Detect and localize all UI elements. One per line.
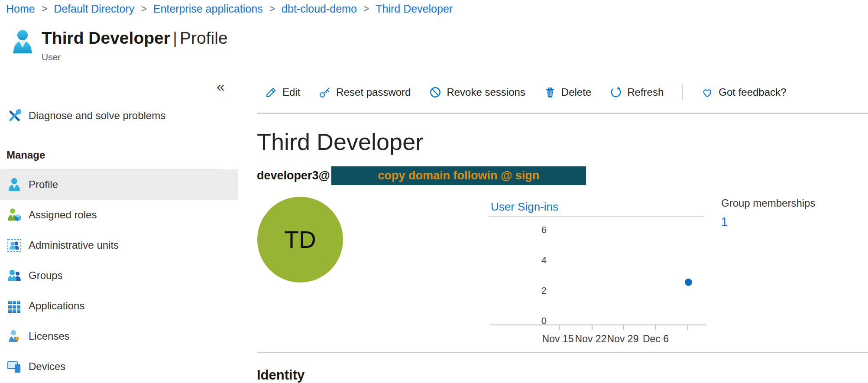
group-memberships-count-link[interactable]: 1 bbox=[721, 215, 728, 229]
sidebar-item-diagnose[interactable]: Diagnose and solve problems bbox=[0, 101, 238, 131]
sidebar-item-devices[interactable]: Devices bbox=[0, 351, 238, 382]
refresh-label: Refresh bbox=[627, 86, 664, 98]
sidebar-item-groups[interactable]: Groups bbox=[0, 260, 238, 291]
sidebar-item-applications[interactable]: Applications bbox=[0, 291, 238, 321]
breadcrumb-separator: > bbox=[363, 3, 369, 15]
sidebar-nav: Profile Assigned roles bbox=[0, 169, 238, 382]
x-axis-tick bbox=[655, 325, 656, 330]
toolbar-divider bbox=[682, 84, 683, 100]
sidebar-item-label: Administrative units bbox=[29, 239, 119, 251]
sidebar-item-label: Groups bbox=[29, 269, 63, 282]
sidebar-item-label: Assigned roles bbox=[29, 209, 97, 221]
breadcrumb-link-home[interactable]: Home bbox=[6, 3, 35, 15]
breadcrumb: Home > Default Directory > Enterprise ap… bbox=[6, 3, 453, 15]
x-axis-line bbox=[490, 325, 706, 325]
page-header: Third Developer|Profile User bbox=[12, 29, 228, 62]
upn-prefix: developer3@ bbox=[257, 169, 330, 182]
sidebar-collapse-button[interactable]: « bbox=[217, 78, 225, 95]
user-type-icon bbox=[12, 29, 33, 62]
sidebar-item-label: Devices bbox=[29, 360, 65, 373]
heart-icon bbox=[701, 86, 714, 99]
breadcrumb-link-default-directory[interactable]: Default Directory bbox=[54, 3, 134, 15]
group-memberships-label: Group memberships bbox=[721, 197, 815, 209]
reset-password-button[interactable]: Reset password bbox=[318, 86, 411, 99]
page-title-section: Profile bbox=[180, 29, 228, 47]
sidebar-section-manage: Manage bbox=[6, 149, 45, 161]
x-axis-tick bbox=[687, 325, 688, 330]
redaction-overlay: copy domain followin @ sign bbox=[331, 166, 586, 185]
x-axis-tick bbox=[592, 325, 593, 330]
sidebar-item-licenses[interactable]: Licenses bbox=[0, 321, 238, 351]
got-feedback-label: Got feedback? bbox=[719, 86, 786, 98]
sidebar-item-label: Diagnose and solve problems bbox=[29, 110, 165, 122]
breadcrumb-link-third-developer[interactable]: Third Developer bbox=[376, 3, 453, 15]
identity-section-heading: Identity bbox=[257, 367, 304, 383]
x-axis-label: Nov 22 bbox=[575, 333, 607, 345]
sidebar-item-label: Licenses bbox=[29, 330, 70, 342]
refresh-icon bbox=[609, 86, 622, 99]
profile-name-heading: Third Developer bbox=[257, 128, 423, 155]
breadcrumb-link-dbt-cloud-demo[interactable]: dbt-cloud-demo bbox=[282, 3, 357, 15]
azure-user-profile-page: Home > Default Directory > Enterprise ap… bbox=[0, 0, 868, 383]
x-axis-tick bbox=[623, 325, 624, 330]
key-icon bbox=[318, 86, 331, 99]
edit-label: Edit bbox=[282, 86, 300, 98]
x-axis-label: Dec 6 bbox=[643, 333, 669, 345]
y-axis-label: 4 bbox=[532, 255, 547, 266]
delete-button[interactable]: Delete bbox=[544, 86, 591, 99]
x-axis-label: Nov 15 bbox=[542, 333, 574, 345]
reset-password-label: Reset password bbox=[336, 86, 411, 98]
refresh-button[interactable]: Refresh bbox=[609, 86, 664, 99]
group-memberships: Group memberships 1 bbox=[721, 197, 815, 229]
divider bbox=[257, 352, 868, 353]
applications-grid-icon bbox=[7, 299, 22, 313]
sidebar: « Diagnose and solve problems Manage bbox=[0, 65, 238, 383]
page-title: Third Developer|Profile bbox=[42, 29, 228, 48]
sidebar-item-assigned-roles[interactable]: Assigned roles bbox=[0, 200, 238, 230]
breadcrumb-separator: > bbox=[269, 3, 275, 15]
assigned-roles-icon bbox=[7, 208, 22, 222]
breadcrumb-separator: > bbox=[141, 3, 146, 15]
user-principal-name: developer3@ copy domain followin @ sign bbox=[257, 166, 586, 185]
license-badge-icon bbox=[7, 329, 22, 344]
sidebar-item-label: Profile bbox=[29, 179, 58, 191]
x-axis-label: Nov 29 bbox=[607, 333, 639, 345]
pencil-icon bbox=[265, 86, 278, 99]
page-subtitle: User bbox=[42, 52, 228, 62]
admin-units-icon bbox=[7, 238, 22, 253]
avatar: TD bbox=[257, 197, 343, 282]
breadcrumb-separator: > bbox=[42, 3, 47, 15]
revoke-sessions-button[interactable]: Revoke sessions bbox=[429, 86, 525, 99]
got-feedback-button[interactable]: Got feedback? bbox=[701, 86, 786, 99]
tools-icon bbox=[7, 108, 22, 123]
sidebar-item-administrative-units[interactable]: Administrative units bbox=[0, 230, 238, 260]
user-signins-title-link[interactable]: User Sign-ins bbox=[491, 200, 558, 214]
page-title-separator: | bbox=[170, 29, 180, 47]
signin-data-point bbox=[685, 279, 692, 286]
divider bbox=[257, 113, 868, 114]
divider bbox=[489, 216, 704, 217]
edit-button[interactable]: Edit bbox=[265, 86, 300, 99]
sidebar-item-label: Applications bbox=[29, 300, 84, 312]
page-title-name: Third Developer bbox=[42, 29, 170, 47]
sidebar-item-profile[interactable]: Profile bbox=[0, 169, 238, 200]
groups-icon bbox=[7, 268, 22, 283]
y-axis-label: 6 bbox=[532, 224, 547, 236]
block-icon bbox=[429, 86, 442, 99]
breadcrumb-link-enterprise-applications[interactable]: Enterprise applications bbox=[153, 3, 263, 15]
revoke-sessions-label: Revoke sessions bbox=[447, 86, 525, 98]
devices-icon bbox=[7, 359, 22, 374]
x-axis-tick bbox=[559, 325, 560, 330]
person-icon bbox=[7, 177, 22, 192]
command-toolbar: Edit Reset password Revoke sessions Dele… bbox=[265, 82, 786, 102]
y-axis-label: 2 bbox=[532, 285, 547, 296]
trash-icon bbox=[544, 86, 557, 99]
delete-label: Delete bbox=[561, 86, 591, 98]
user-signins-chart: User Sign-ins 6 4 2 0 Nov 15 Nov 22 Nov … bbox=[489, 197, 714, 362]
